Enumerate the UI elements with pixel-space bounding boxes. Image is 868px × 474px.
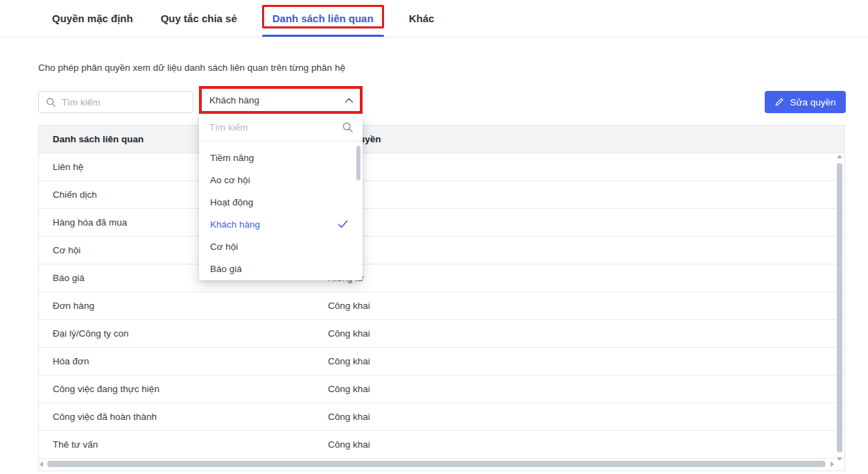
table-row: Công việc đang thực hiện Công khai	[39, 375, 844, 403]
edit-permissions-label: Sửa quyền	[790, 97, 835, 108]
table-row: Công việc đã hoàn thành Công khai	[39, 403, 844, 431]
permission-value: Công khai	[328, 356, 844, 366]
table-row: Đại lý/Công ty con Công khai	[39, 320, 844, 348]
tab-related-lists-label: Danh sách liên quan	[272, 12, 374, 24]
dropdown-option-label: Hoạt động	[210, 197, 253, 208]
permission-value: Công khai	[328, 301, 844, 311]
dropdown-option-khach-hang[interactable]: Khách hàng	[199, 213, 363, 235]
table-row: Đơn hàng Công khai	[39, 292, 844, 320]
tab-sharing-rules[interactable]: Quy tắc chia sẻ	[159, 0, 238, 37]
related-list-name: Thẻ tư vấn	[39, 439, 328, 450]
dropdown-search-wrapper	[199, 114, 363, 142]
module-dropdown-panel: Tiềm năng Ao cơ hội Hoạt động Khách hàng…	[199, 114, 363, 280]
dropdown-option-label: Báo giá	[210, 264, 242, 274]
table-row: Hàng hóa đã mua	[39, 209, 844, 237]
column-header-permission: Phân quyền	[328, 134, 844, 144]
pencil-icon	[774, 97, 784, 107]
edit-permissions-button[interactable]: Sửa quyền	[765, 91, 846, 113]
related-list-name: Công việc đang thực hiện	[39, 384, 328, 394]
scroll-up-arrow-icon[interactable]	[837, 155, 842, 158]
dropdown-option-hoat-dong[interactable]: Hoạt động	[199, 191, 363, 213]
related-list-name: Hóa đơn	[39, 356, 328, 366]
related-list-name: Công việc đã hoàn thành	[39, 412, 328, 422]
module-select-value: Khách hàng	[209, 95, 259, 105]
permission-value: Riêng tư	[328, 273, 844, 283]
table-row: Liên hệ	[39, 153, 844, 181]
page-description: Cho phép phân quyền xem dữ liệu danh sác…	[38, 62, 345, 73]
table-row: Thẻ tư vấn Công khai	[39, 431, 844, 459]
search-icon	[46, 97, 56, 108]
horizontal-scrollbar[interactable]	[40, 460, 844, 468]
module-select[interactable]: Khách hàng	[199, 86, 363, 114]
related-list-name: Đại lý/Công ty con	[39, 328, 328, 339]
dropdown-option-label: Tiềm năng	[210, 153, 254, 163]
table-row: Hóa đơn Công khai	[39, 348, 844, 375]
permissions-page: Quyền mặc định Quy tắc chia sẻ Danh sách…	[0, 0, 868, 474]
table-row: Chiến dịch	[39, 181, 844, 209]
vertical-scrollbar-thumb[interactable]	[837, 163, 842, 452]
permission-value: Công khai	[328, 439, 844, 450]
vertical-scrollbar[interactable]	[837, 155, 842, 461]
search-input[interactable]	[62, 97, 186, 108]
permission-value: Công khai	[328, 412, 844, 422]
permission-value: Công khai	[328, 328, 844, 339]
related-lists-table: Danh sách liên quan Phân quyền Liên hệ C…	[38, 125, 845, 471]
dropdown-option-co-hoi[interactable]: Cơ hội	[199, 235, 363, 257]
dropdown-option-bao-gia[interactable]: Báo giá	[199, 257, 363, 280]
horizontal-scrollbar-thumb[interactable]	[47, 461, 826, 467]
table-header-row: Danh sách liên quan Phân quyền	[39, 126, 844, 153]
scroll-right-arrow-icon[interactable]	[831, 462, 834, 467]
search-input-wrapper	[38, 91, 193, 113]
tab-bar: Quyền mặc định Quy tắc chia sẻ Danh sách…	[0, 0, 868, 37]
dropdown-option-label: Cơ hội	[210, 242, 238, 252]
permission-value: Công khai	[328, 384, 844, 394]
dropdown-option-label: Khách hàng	[210, 219, 260, 230]
check-icon	[338, 220, 348, 228]
related-list-name: Đơn hàng	[39, 301, 328, 311]
tab-other[interactable]: Khác	[408, 0, 436, 37]
tab-default-permissions[interactable]: Quyền mặc định	[51, 0, 134, 37]
table-row: Cơ hội	[39, 237, 844, 264]
scroll-left-arrow-icon[interactable]	[40, 462, 43, 467]
tab-related-lists[interactable]: Danh sách liên quan	[263, 0, 383, 37]
dropdown-option-ao-co-hoi[interactable]: Ao cơ hội	[199, 169, 363, 191]
chevron-up-icon	[345, 97, 354, 103]
dropdown-scrollbar-thumb[interactable]	[356, 146, 361, 180]
dropdown-search-input[interactable]	[209, 122, 336, 133]
dropdown-option-tiem-nang[interactable]: Tiềm năng	[199, 146, 363, 169]
dropdown-option-label: Ao cơ hội	[210, 175, 250, 185]
search-icon	[342, 121, 354, 133]
table-row: Báo giá Riêng tư	[39, 264, 844, 292]
dropdown-options-list: Tiềm năng Ao cơ hội Hoạt động Khách hàng…	[199, 142, 363, 280]
